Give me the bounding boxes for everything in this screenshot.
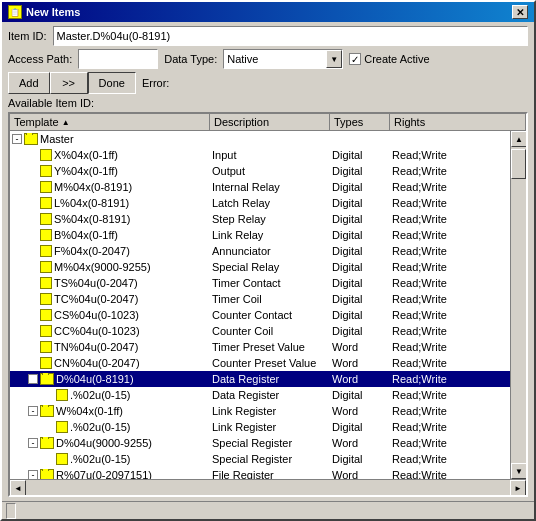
- add-button[interactable]: Add: [8, 72, 50, 94]
- row-name: CS%04u(0-1023): [54, 309, 139, 321]
- template-cell: Y%04x(0-1ff): [10, 165, 210, 177]
- table-row[interactable]: -Master: [10, 131, 510, 147]
- expand-button[interactable]: -: [28, 374, 38, 384]
- tree-scroll[interactable]: -MasterX%04x(0-1ff)InputDigitalRead;Writ…: [10, 131, 510, 479]
- template-cell: .%02u(0-15): [10, 453, 210, 465]
- rights-cell: Read;Write: [390, 341, 510, 353]
- window-icon: 📋: [8, 5, 22, 19]
- template-cell: F%04x(0-2047): [10, 245, 210, 257]
- row-name: .%02u(0-15): [70, 389, 131, 401]
- row-name: CN%04u(0-2047): [54, 357, 140, 369]
- scroll-up-button[interactable]: ▲: [511, 131, 526, 147]
- table-row[interactable]: L%04x(0-8191)Latch RelayDigitalRead;Writ…: [10, 195, 510, 211]
- access-path-input[interactable]: [78, 49, 158, 69]
- description-cell: Link Register: [210, 421, 330, 433]
- table-row[interactable]: -W%04x(0-1ff)Link RegisterWordRead;Write: [10, 403, 510, 419]
- expand-button[interactable]: -: [28, 406, 38, 416]
- col-header-template: Template ▲: [10, 114, 210, 130]
- vertical-scrollbar[interactable]: ▲ ▼: [510, 131, 526, 479]
- types-cell: Word: [330, 469, 390, 479]
- row-name: TN%04u(0-2047): [54, 341, 138, 353]
- data-type-select[interactable]: Native ▼: [223, 49, 343, 69]
- folder-icon: [40, 373, 54, 385]
- table-row[interactable]: -D%04u(0-8191)Data RegisterWordRead;Writ…: [10, 371, 510, 387]
- description-cell: File Register: [210, 469, 330, 479]
- table-row[interactable]: B%04x(0-1ff)Link RelayDigitalRead;Write: [10, 227, 510, 243]
- template-cell: TC%04u(0-2047): [10, 293, 210, 305]
- table-row[interactable]: .%02u(0-15)Link RegisterDigitalRead;Writ…: [10, 419, 510, 435]
- item-icon: [40, 197, 52, 209]
- folder-icon: [24, 133, 38, 145]
- description-cell: Link Relay: [210, 229, 330, 241]
- done-button[interactable]: Done: [88, 72, 136, 94]
- expand-button[interactable]: -: [28, 470, 38, 479]
- table-row[interactable]: M%04x(0-8191)Internal RelayDigitalRead;W…: [10, 179, 510, 195]
- row-name: TS%04u(0-2047): [54, 277, 138, 289]
- types-cell: Digital: [330, 389, 390, 401]
- row-name: CC%04u(0-1023): [54, 325, 140, 337]
- table-row[interactable]: .%02u(0-15)Special RegisterDigitalRead;W…: [10, 451, 510, 467]
- table-row[interactable]: -D%04u(9000-9255)Special RegisterWordRea…: [10, 435, 510, 451]
- scroll-thumb[interactable]: [511, 149, 526, 179]
- table-row[interactable]: M%04x(9000-9255)Special RelayDigitalRead…: [10, 259, 510, 275]
- item-icon: [40, 165, 52, 177]
- expand-button[interactable]: -: [28, 438, 38, 448]
- template-cell: -D%04u(9000-9255): [10, 437, 210, 449]
- table-row[interactable]: CS%04u(0-1023)Counter ContactDigitalRead…: [10, 307, 510, 323]
- create-active-checkbox[interactable]: ✓: [349, 53, 361, 65]
- table-row[interactable]: CN%04u(0-2047)Counter Preset ValueWordRe…: [10, 355, 510, 371]
- button-row: Add >> Done Error:: [8, 72, 528, 94]
- types-cell: Word: [330, 405, 390, 417]
- types-cell: Digital: [330, 245, 390, 257]
- template-cell: -D%04u(0-8191): [10, 373, 210, 385]
- template-cell: -R%07u(0-2097151): [10, 469, 210, 479]
- table-row[interactable]: -R%07u(0-2097151)File RegisterWordRead;W…: [10, 467, 510, 479]
- tree-table: Template ▲ Description Types Rights -Mas…: [8, 112, 528, 497]
- table-row[interactable]: .%02u(0-15)Data RegisterDigitalRead;Writ…: [10, 387, 510, 403]
- create-active-checkbox-row: ✓ Create Active: [349, 53, 429, 65]
- item-id-input[interactable]: [53, 26, 528, 46]
- forward-button[interactable]: >>: [50, 72, 88, 94]
- table-row[interactable]: TS%04u(0-2047)Timer ContactDigitalRead;W…: [10, 275, 510, 291]
- scroll-right-button[interactable]: ►: [510, 480, 526, 496]
- item-icon: [40, 341, 52, 353]
- access-path-label: Access Path:: [8, 53, 72, 65]
- types-cell: Word: [330, 373, 390, 385]
- content-area: Item ID: Access Path: Data Type: Native …: [2, 22, 534, 501]
- row-name: R%07u(0-2097151): [56, 469, 152, 479]
- scroll-down-button[interactable]: ▼: [511, 463, 526, 479]
- folder-icon: [40, 405, 54, 417]
- data-type-value: Native: [224, 51, 326, 67]
- table-row[interactable]: TC%04u(0-2047)Timer CoilDigitalRead;Writ…: [10, 291, 510, 307]
- row-name: M%04x(9000-9255): [54, 261, 151, 273]
- table-row[interactable]: F%04x(0-2047)AnnunciatorDigitalRead;Writ…: [10, 243, 510, 259]
- rights-cell: Read;Write: [390, 357, 510, 369]
- rights-cell: Read;Write: [390, 421, 510, 433]
- table-row[interactable]: S%04x(0-8191)Step RelayDigitalRead;Write: [10, 211, 510, 227]
- table-row[interactable]: CC%04u(0-1023)Counter CoilDigitalRead;Wr…: [10, 323, 510, 339]
- row-name: W%04x(0-1ff): [56, 405, 123, 417]
- item-icon: [40, 277, 52, 289]
- template-cell: .%02u(0-15): [10, 389, 210, 401]
- rights-cell: Read;Write: [390, 309, 510, 321]
- table-row[interactable]: TN%04u(0-2047)Timer Preset ValueWordRead…: [10, 339, 510, 355]
- item-icon: [56, 453, 68, 465]
- sort-arrow-icon: ▲: [62, 118, 70, 127]
- template-cell: TN%04u(0-2047): [10, 341, 210, 353]
- close-button[interactable]: ✕: [512, 5, 528, 19]
- description-cell: Counter Contact: [210, 309, 330, 321]
- expand-button[interactable]: -: [12, 134, 22, 144]
- horizontal-scrollbar[interactable]: ◄ ►: [10, 479, 526, 495]
- access-datatype-row: Access Path: Data Type: Native ▼ ✓ Creat…: [8, 49, 528, 69]
- row-name: D%04u(9000-9255): [56, 437, 152, 449]
- available-label: Available Item ID:: [8, 97, 94, 109]
- types-cell: Digital: [330, 421, 390, 433]
- table-row[interactable]: Y%04x(0-1ff)OutputDigitalRead;Write: [10, 163, 510, 179]
- item-id-row: Item ID:: [8, 26, 528, 46]
- types-cell: Digital: [330, 261, 390, 273]
- table-row[interactable]: X%04x(0-1ff)InputDigitalRead;Write: [10, 147, 510, 163]
- description-cell: Annunciator: [210, 245, 330, 257]
- scroll-left-button[interactable]: ◄: [10, 480, 26, 496]
- rights-cell: Read;Write: [390, 277, 510, 289]
- chevron-down-icon: ▼: [326, 50, 342, 68]
